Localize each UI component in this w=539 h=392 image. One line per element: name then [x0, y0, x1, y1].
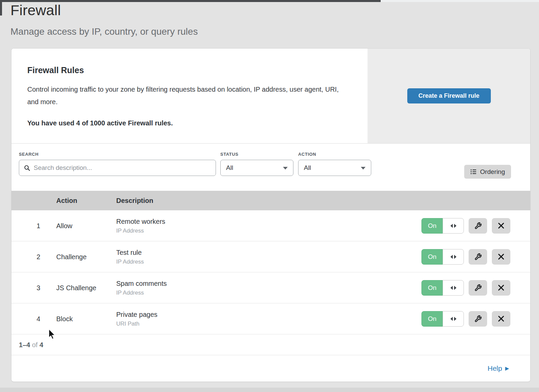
table-row: 1 Allow Remote workers IP Address On [11, 210, 530, 241]
filter-bar: SEARCH STATUS All ACTION All [11, 144, 530, 191]
edit-rule-button[interactable] [469, 249, 487, 265]
rule-title: Test rule [116, 248, 144, 256]
table-row: 3 JS Challenge Spam comments IP Address … [11, 272, 530, 303]
help-link[interactable]: Help ▶ [487, 364, 509, 372]
rule-match-type: IP Address [116, 258, 144, 265]
rule-match-type: IP Address [116, 289, 167, 296]
rule-enabled-toggle[interactable]: On [421, 311, 464, 327]
intro-description: Control incoming traffic to your zone by… [27, 83, 347, 108]
rule-title: Spam comments [116, 279, 167, 287]
help-row: Help ▶ [11, 355, 530, 381]
status-label: STATUS [220, 152, 293, 157]
rule-match-type: URI Path [116, 320, 157, 327]
help-link-label: Help [487, 364, 502, 372]
rule-description: Remote workers IP Address [116, 217, 165, 234]
rule-action: Allow [56, 222, 72, 230]
intro-action-panel: Create a Firewall rule [368, 49, 530, 143]
firewall-rules-card: Firewall Rules Control incoming traffic … [11, 48, 531, 382]
left-right-arrows-icon [450, 316, 457, 321]
rule-action: Challenge [56, 253, 87, 261]
search-input[interactable] [34, 164, 211, 172]
action-select[interactable]: All [298, 160, 371, 176]
usage-summary: You have used 4 of 1000 active Firewall … [27, 119, 347, 127]
ordering-button[interactable]: Ordering [464, 165, 511, 179]
rule-priority: 3 [32, 284, 44, 292]
toggle-off-segment[interactable] [443, 280, 464, 296]
delete-rule-button[interactable] [492, 280, 510, 296]
rule-action: JS Challenge [56, 284, 96, 292]
pagination-total: 4 [39, 341, 43, 348]
search-label: SEARCH [19, 152, 216, 157]
wrench-icon [474, 253, 482, 261]
search-filter-group: SEARCH [19, 152, 216, 176]
rule-action: Block [56, 315, 73, 323]
action-selected-value: All [304, 164, 311, 172]
delete-rule-button[interactable] [492, 218, 510, 234]
status-filter-group: STATUS All [220, 152, 293, 176]
rule-priority: 4 [32, 315, 44, 323]
rule-match-type: IP Address [116, 227, 165, 234]
window-edge-bottom [0, 388, 539, 392]
chevron-down-icon [361, 167, 366, 170]
search-box[interactable] [19, 160, 216, 176]
window-edge-left [0, 0, 2, 16]
left-right-arrows-icon [450, 223, 457, 228]
edit-rule-button[interactable] [469, 311, 487, 327]
status-selected-value: All [226, 164, 233, 172]
left-right-arrows-icon [450, 285, 457, 290]
pagination-of-label: of [32, 341, 38, 348]
rule-title: Remote workers [116, 217, 165, 225]
rule-description: Private pages URI Path [116, 310, 157, 327]
rule-controls: On [421, 311, 510, 327]
x-icon [498, 222, 504, 229]
column-header-action: Action [56, 197, 77, 205]
delete-rule-button[interactable] [492, 311, 510, 327]
toggle-on-segment[interactable]: On [421, 311, 443, 327]
rule-controls: On [421, 280, 510, 296]
intro-text-panel: Firewall Rules Control incoming traffic … [11, 49, 368, 143]
search-icon [24, 165, 30, 171]
action-filter-group: ACTION All [298, 152, 371, 176]
ordering-button-label: Ordering [480, 168, 505, 176]
rule-enabled-toggle[interactable]: On [421, 249, 464, 265]
toggle-on-segment[interactable]: On [421, 249, 443, 265]
toggle-on-segment[interactable]: On [421, 280, 443, 296]
toggle-on-segment[interactable]: On [421, 218, 443, 234]
x-icon [498, 315, 504, 322]
delete-rule-button[interactable] [492, 249, 510, 265]
toggle-off-segment[interactable] [443, 218, 464, 234]
table-header: Action Description [11, 191, 530, 210]
wrench-icon [474, 222, 482, 230]
page-subtitle: Manage access by IP, country, or query r… [10, 26, 198, 37]
rule-enabled-toggle[interactable]: On [421, 280, 464, 296]
wrench-icon [474, 315, 482, 323]
rule-priority: 1 [32, 222, 44, 230]
table-row: 2 Challenge Test rule IP Address On [11, 241, 530, 272]
create-firewall-rule-button[interactable]: Create a Firewall rule [407, 88, 491, 103]
rule-enabled-toggle[interactable]: On [421, 218, 464, 234]
rule-title: Private pages [116, 310, 157, 318]
rule-controls: On [421, 218, 510, 234]
x-icon [498, 284, 504, 291]
page-title: Firewall [10, 2, 61, 19]
rule-description: Spam comments IP Address [116, 279, 167, 296]
pagination-range: 1–4 of 4 [19, 341, 43, 349]
rule-controls: On [421, 249, 510, 265]
window-edge-top-right [381, 0, 539, 2]
bulleted-list-icon [470, 169, 477, 175]
chevron-down-icon [283, 167, 288, 170]
rule-description: Test rule IP Address [116, 248, 144, 265]
edit-rule-button[interactable] [469, 218, 487, 234]
pagination-row: 1–4 of 4 [11, 334, 530, 355]
wrench-icon [474, 284, 482, 292]
toggle-off-segment[interactable] [443, 311, 464, 327]
pagination-range-start: 1–4 [19, 341, 30, 348]
left-right-arrows-icon [450, 254, 457, 259]
edit-rule-button[interactable] [469, 280, 487, 296]
table-row: 4 Block Private pages URI Path On [11, 303, 530, 334]
toggle-off-segment[interactable] [443, 249, 464, 265]
x-icon [498, 253, 504, 260]
action-label: ACTION [298, 152, 371, 157]
status-select[interactable]: All [220, 160, 293, 176]
intro-heading: Firewall Rules [27, 65, 347, 75]
